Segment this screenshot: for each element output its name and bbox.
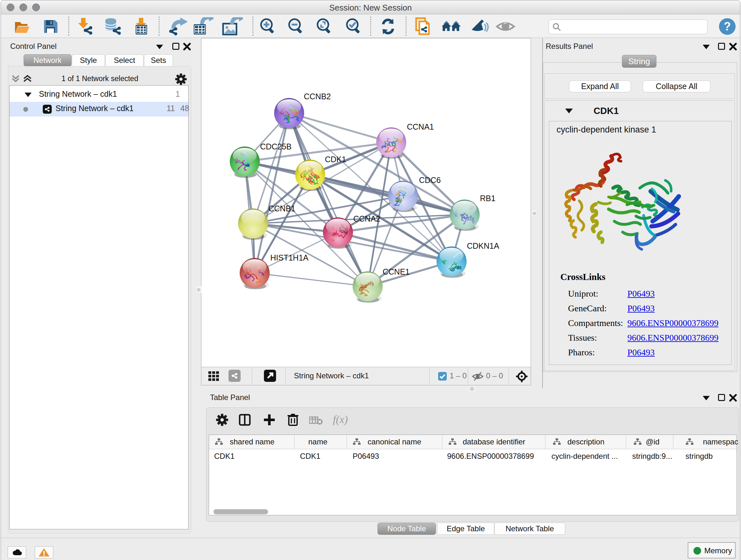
svg-text:CDC25B: CDC25B xyxy=(260,142,292,151)
svg-text:CDC6: CDC6 xyxy=(419,176,441,185)
svg-text:HIST1H1A: HIST1H1A xyxy=(270,253,309,262)
svg-text:CCNE1: CCNE1 xyxy=(383,267,410,276)
svg-text:CDKN1A: CDKN1A xyxy=(467,241,499,250)
svg-text:CCNA2: CCNA2 xyxy=(353,214,381,223)
svg-text:CCNA1: CCNA1 xyxy=(407,122,434,131)
svg-text:RB1: RB1 xyxy=(480,194,495,203)
svg-text:CCNB2: CCNB2 xyxy=(304,92,331,101)
svg-text:CDK1: CDK1 xyxy=(325,155,346,164)
svg-text:CCNB1: CCNB1 xyxy=(268,204,295,213)
